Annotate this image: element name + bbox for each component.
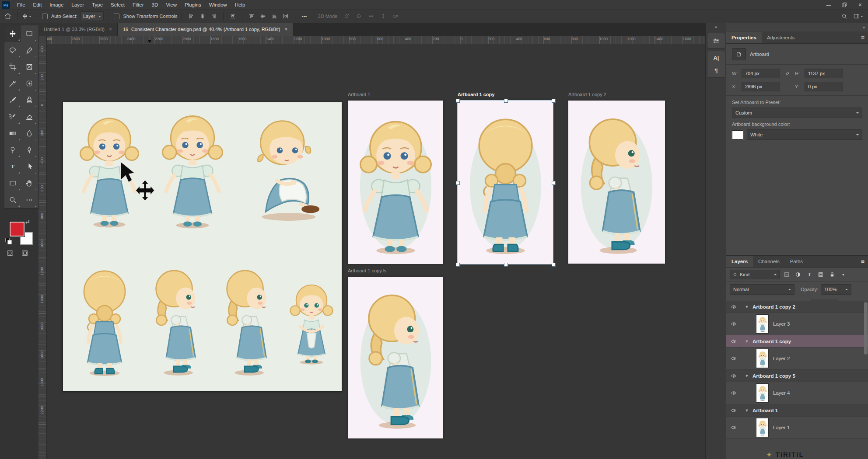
x-field[interactable]: 2896 px — [742, 82, 780, 91]
filter-smart-objects-button[interactable] — [827, 270, 836, 279]
restore-button[interactable] — [836, 0, 852, 10]
layer-row-layer-2[interactable]: Layer 2 — [726, 348, 868, 370]
menu-filter[interactable]: Filter — [129, 0, 148, 10]
artboard-bg-dropdown[interactable]: White — [747, 129, 862, 140]
transform-handle[interactable] — [456, 99, 460, 103]
document-tab-character-design[interactable]: 16- Consistent Character design.psd @ 40… — [118, 23, 293, 36]
transform-handle[interactable] — [552, 263, 556, 267]
artboard-label[interactable]: Artboard 1 copy — [458, 92, 494, 97]
pen-tool[interactable] — [21, 142, 38, 158]
artboard-artboard-1[interactable] — [348, 101, 443, 264]
distribute-button[interactable] — [228, 11, 238, 21]
quick-mask-icon[interactable] — [6, 249, 14, 257]
screen-mode-icon[interactable] — [21, 249, 29, 257]
menu-window[interactable]: Window — [205, 0, 231, 10]
dodge-tool[interactable] — [4, 142, 21, 158]
link-dimensions-icon[interactable] — [784, 70, 791, 76]
artboard-artboard-1-copy-2[interactable] — [568, 101, 665, 264]
move-tool[interactable] — [4, 25, 21, 42]
layer-thumbnail[interactable] — [756, 349, 769, 368]
panel-menu-icon[interactable]: ≡ — [861, 32, 868, 43]
visibility-eye-icon[interactable] — [726, 370, 741, 382]
rectangle-tool[interactable] — [4, 175, 21, 191]
layer-thumbnail[interactable] — [756, 314, 769, 334]
align-t-button[interactable] — [246, 11, 257, 21]
menu-edit[interactable]: Edit — [29, 0, 46, 10]
expand-chevron-icon[interactable]: ▼ — [741, 408, 752, 413]
transform-handle[interactable] — [504, 99, 508, 103]
artboard-row-artboard-1-copy-2[interactable]: ▼Artboard 1 copy 2 — [726, 301, 868, 313]
tab-adjustments[interactable]: Adjustments — [762, 32, 800, 43]
height-field[interactable]: 1137 px — [805, 69, 843, 78]
healing-brush-tool[interactable] — [21, 75, 38, 92]
blur-tool[interactable] — [21, 125, 38, 142]
artboard-label[interactable]: Artboard 1 — [348, 92, 370, 97]
filter-pixel-layers-button[interactable] — [782, 270, 791, 279]
collapse-panels-button[interactable]: » — [862, 25, 865, 30]
collapsed-panel-sliders-icon[interactable] — [712, 37, 720, 45]
align-l-button[interactable] — [186, 11, 196, 21]
brush-tool[interactable] — [4, 92, 21, 108]
opacity-field[interactable]: 100% — [821, 284, 851, 295]
menu-layer[interactable]: Layer — [67, 0, 88, 10]
artboard-row-artboard-1-copy-5[interactable]: ▼Artboard 1 copy 5 — [726, 370, 868, 382]
default-colors-icon[interactable] — [5, 238, 12, 244]
expand-chevron-icon[interactable]: ▼ — [741, 339, 752, 344]
clone-stamp-tool[interactable] — [21, 92, 38, 108]
tab-paths[interactable]: Paths — [785, 256, 808, 267]
transform-handle[interactable] — [456, 181, 460, 185]
menu-file[interactable]: File — [13, 0, 29, 10]
menu-plugins[interactable]: Plugins — [181, 0, 205, 10]
auto-select-checkbox[interactable] — [42, 14, 48, 19]
workspace-switcher-button[interactable] — [853, 11, 864, 21]
blend-mode-dropdown[interactable]: Normal — [730, 284, 794, 295]
minimize-button[interactable]: — — [821, 0, 836, 10]
menu-image[interactable]: Image — [46, 0, 67, 10]
gradient-tool[interactable] — [4, 125, 21, 142]
swap-colors-icon[interactable]: ⇄ — [25, 219, 30, 225]
layer-row-layer-1[interactable]: Layer 1 — [726, 417, 868, 439]
menu-3d[interactable]: 3D — [148, 0, 162, 10]
slice-tool[interactable] — [21, 59, 38, 75]
object-selection-tool[interactable] — [21, 42, 38, 59]
menu-view[interactable]: View — [162, 0, 181, 10]
artboard-row-artboard-1-copy[interactable]: ▼Artboard 1 copy — [726, 335, 868, 348]
artboard-label[interactable]: Artboard 1 copy 2 — [568, 92, 606, 97]
type-tool[interactable]: T — [4, 158, 21, 175]
artboard-artboard-1-copy[interactable] — [458, 101, 553, 264]
close-tab-icon[interactable]: × — [284, 26, 287, 32]
transform-handle[interactable] — [456, 263, 460, 267]
visibility-eye-icon[interactable] — [726, 313, 741, 335]
show-transform-checkbox[interactable] — [114, 14, 119, 19]
layer-thumbnail[interactable] — [756, 418, 769, 437]
close-button[interactable]: × — [852, 0, 868, 10]
artboard-preset-dropdown[interactable]: Custom — [732, 108, 862, 118]
menu-select[interactable]: Select — [107, 0, 129, 10]
align-b-button[interactable] — [269, 11, 280, 21]
marquee-tool[interactable] — [21, 25, 38, 42]
character-sheet-image[interactable] — [63, 102, 342, 392]
hand-tool[interactable] — [21, 175, 38, 191]
zoom-tool[interactable] — [4, 191, 21, 208]
align-r-button[interactable] — [209, 11, 219, 21]
home-button[interactable] — [3, 11, 13, 21]
lasso-tool[interactable] — [4, 42, 21, 59]
collapsed-character-panel-icon[interactable]: A| — [713, 55, 719, 61]
expand-chevron-icon[interactable]: ▼ — [741, 305, 752, 309]
expand-chevron-icon[interactable]: ▼ — [741, 374, 752, 378]
transform-handle[interactable] — [552, 181, 556, 185]
collapsed-paragraph-panel-icon[interactable]: ¶ — [714, 67, 718, 74]
tab-channels[interactable]: Channels — [753, 256, 785, 267]
visibility-eye-icon[interactable] — [726, 348, 741, 369]
canvas-area[interactable]: 3000280026002400220020001800160014001200… — [38, 36, 705, 459]
tool-preset-button[interactable] — [21, 11, 32, 21]
visibility-eye-icon[interactable] — [726, 382, 741, 404]
transform-handle[interactable] — [504, 263, 508, 267]
visibility-eye-icon[interactable] — [726, 404, 741, 416]
search-button[interactable] — [839, 11, 850, 21]
artboard-artboard-1-copy-5[interactable] — [348, 277, 443, 438]
artboard-row-artboard-1[interactable]: ▼Artboard 1 — [726, 404, 868, 417]
panel-menu-icon[interactable]: ≡ — [861, 256, 868, 267]
edit-toolbar-tool[interactable] — [21, 191, 38, 208]
artboard-label[interactable]: Artboard 1 copy 5 — [348, 268, 386, 273]
